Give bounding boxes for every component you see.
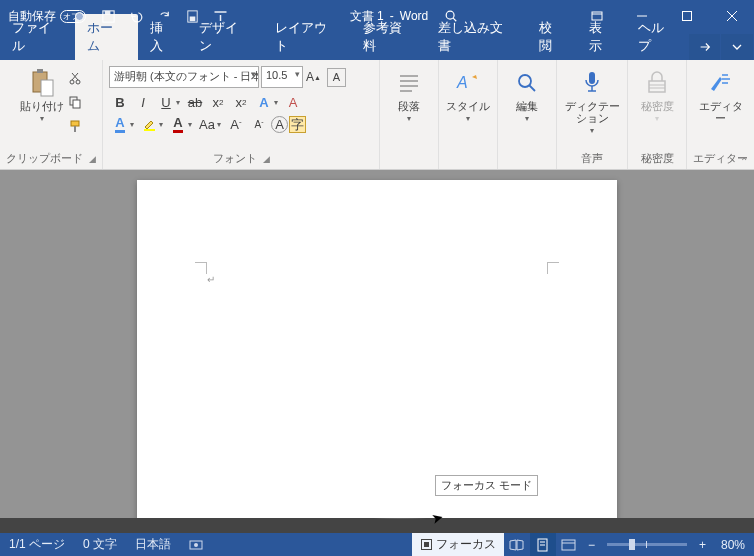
tab-view[interactable]: 表示	[577, 14, 627, 60]
zoom-slider[interactable]	[607, 543, 687, 546]
comments-button[interactable]	[721, 34, 753, 60]
tab-review[interactable]: 校閲	[527, 14, 577, 60]
focus-mode-tooltip: フォーカス モード	[435, 475, 538, 496]
svg-point-38	[194, 543, 198, 547]
word-count[interactable]: 0 文字	[74, 536, 126, 553]
group-editing: 編集▾	[498, 60, 557, 169]
paragraph-button[interactable]: 段落▾	[386, 64, 432, 123]
zoom-in-button[interactable]: +	[693, 538, 712, 552]
language-status[interactable]: 日本語	[126, 536, 180, 553]
print-layout-button[interactable]	[530, 533, 556, 556]
text-effects-button[interactable]: A	[253, 91, 275, 113]
web-layout-button[interactable]	[556, 533, 582, 556]
font-dialog-launcher[interactable]: ◢	[263, 154, 270, 164]
phonetic-guide-button[interactable]: A	[327, 68, 346, 87]
font-size-combo[interactable]: 10.5	[261, 66, 303, 88]
group-voice: ディクテーション▾ 音声	[557, 60, 628, 169]
svg-text:A: A	[456, 74, 468, 91]
svg-point-29	[519, 75, 531, 87]
dictation-button[interactable]: ディクテーション▾	[563, 64, 621, 135]
tab-help[interactable]: ヘルプ	[626, 14, 688, 60]
toggle-off-icon: オフ	[60, 10, 86, 23]
svg-rect-23	[144, 129, 155, 131]
save-button[interactable]	[94, 0, 122, 32]
cut-button[interactable]	[67, 68, 84, 88]
svg-rect-40	[424, 542, 429, 547]
margin-corner-icon	[547, 262, 559, 274]
svg-point-15	[70, 80, 74, 84]
share-button[interactable]	[689, 34, 721, 60]
shrink-font-button[interactable]: Aˇ	[248, 113, 270, 135]
read-mode-button[interactable]	[504, 533, 530, 556]
svg-rect-3	[189, 16, 195, 21]
clear-formatting-button[interactable]: A	[282, 91, 304, 113]
svg-rect-20	[73, 100, 80, 108]
svg-rect-21	[71, 121, 79, 126]
page[interactable]: ↵	[137, 180, 617, 518]
superscript-button[interactable]: x2	[230, 91, 252, 113]
status-bar: 1/1 ページ 0 文字 日本語 フォーカス − + 80%	[0, 533, 754, 556]
quick-print-button[interactable]	[178, 0, 206, 32]
editing-button[interactable]: 編集▾	[504, 64, 550, 123]
group-sensitivity: 秘密度▾ 秘密度	[628, 60, 687, 169]
styles-button[interactable]: Aスタイル▾	[445, 64, 491, 123]
editor-button[interactable]: エディター	[698, 64, 744, 124]
zoom-out-button[interactable]: −	[582, 538, 601, 552]
grow-font2-button[interactable]: Aˆ	[225, 113, 247, 135]
paragraph-mark-icon: ↵	[207, 274, 215, 285]
sensitivity-button[interactable]: 秘密度▾	[634, 64, 680, 123]
highlight-color-button[interactable]	[138, 113, 160, 135]
focus-icon	[420, 538, 433, 551]
macro-status[interactable]	[180, 539, 212, 551]
tab-mailings[interactable]: 差し込み文書	[426, 14, 527, 60]
zoom-level[interactable]: 80%	[712, 538, 754, 552]
group-paragraph: 段落▾	[380, 60, 439, 169]
svg-rect-31	[589, 72, 595, 84]
qat-customize-button[interactable]	[206, 0, 234, 32]
font-color-button[interactable]: A	[167, 113, 189, 135]
svg-rect-1	[104, 10, 110, 14]
redo-button[interactable]	[150, 0, 178, 32]
svg-rect-44	[562, 540, 575, 550]
focus-mode-button[interactable]: フォーカス	[412, 533, 504, 556]
paste-button[interactable]: 貼り付け ▾	[19, 64, 65, 123]
group-clipboard: 貼り付け ▾ クリップボード◢	[0, 60, 103, 169]
tab-references[interactable]: 参考資料	[351, 14, 426, 60]
subscript-button[interactable]: x2	[207, 91, 229, 113]
grow-font-button[interactable]: A▲	[305, 67, 322, 87]
font-name-combo[interactable]: 游明朝 (本文のフォント - 日本	[109, 66, 259, 88]
svg-point-16	[76, 80, 80, 84]
ribbon-tabs: ファイル ホーム 挿入 デザイン レイアウト 参考資料 差し込み文書 校閲 表示…	[0, 32, 754, 60]
change-case-button[interactable]: Aa	[196, 113, 218, 135]
format-painter-button[interactable]	[67, 116, 84, 136]
close-button[interactable]	[709, 0, 754, 32]
collapse-ribbon-button[interactable]: ⌃	[740, 156, 748, 167]
svg-rect-34	[649, 81, 665, 92]
svg-rect-14	[41, 80, 53, 96]
bold-button[interactable]: B	[109, 91, 131, 113]
copy-button[interactable]	[67, 92, 84, 112]
margin-corner-icon	[195, 262, 207, 274]
ribbon: 貼り付け ▾ クリップボード◢ 游明朝 (本文のフォント - 日本 10.5 A…	[0, 60, 754, 170]
clipboard-dialog-launcher[interactable]: ◢	[89, 154, 96, 164]
group-styles: Aスタイル▾	[439, 60, 498, 169]
document-canvas[interactable]: ↵	[0, 170, 754, 518]
group-editor: エディター エディター	[687, 60, 754, 169]
group-font: 游明朝 (本文のフォント - 日本 10.5 A▲ A B I U▾ ab x2…	[103, 60, 380, 169]
italic-button[interactable]: I	[132, 91, 154, 113]
text-highlight-button[interactable]: A	[109, 113, 131, 135]
underline-button[interactable]: U	[155, 91, 177, 113]
char-border-button[interactable]: 字	[289, 116, 306, 133]
tab-layout[interactable]: レイアウト	[263, 14, 351, 60]
strikethrough-button[interactable]: ab	[184, 91, 206, 113]
enclose-char-button[interactable]: A	[271, 116, 288, 133]
svg-line-30	[530, 86, 536, 92]
undo-button[interactable]	[122, 0, 150, 32]
svg-rect-22	[74, 126, 76, 132]
page-count[interactable]: 1/1 ページ	[0, 536, 74, 553]
svg-rect-13	[37, 69, 43, 73]
